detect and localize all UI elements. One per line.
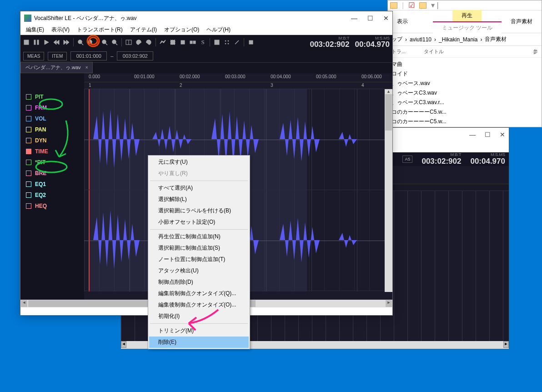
file-item[interactable]: 、ゥベース.wav xyxy=(391,79,538,88)
sidebar-item-pit[interactable]: PIT xyxy=(20,91,84,102)
maximize-icon[interactable]: ☐ xyxy=(485,131,491,138)
end-time[interactable]: 003:02:902 xyxy=(117,51,153,60)
ctx-separator xyxy=(150,229,248,230)
ctx-add-ctl-play[interactable]: 再生位置に制御点追加(N) xyxy=(149,231,249,242)
checkbox-icon[interactable] xyxy=(26,192,31,198)
ctx-init[interactable]: 初期化(I) xyxy=(149,311,249,322)
move-icon[interactable] xyxy=(180,39,186,45)
envelope-icon[interactable] xyxy=(160,39,166,45)
main-titlebar[interactable]: VocalShifter LE - ベバンダ…アナ、ゥ.wav — ☐ ✕ xyxy=(20,11,392,25)
settings-icon[interactable] xyxy=(248,39,254,45)
file-item[interactable]: 、ゥベースC3.wav.r... xyxy=(391,98,538,107)
pencil-icon[interactable] xyxy=(234,39,240,45)
tool-icon[interactable] xyxy=(190,39,196,45)
close-icon[interactable]: ✕ xyxy=(500,131,505,138)
sidebar-item-xpit[interactable]: *PIT xyxy=(20,157,84,168)
menu-view[interactable]: 表示(V) xyxy=(49,25,72,35)
ctx-select-all[interactable]: すべて選択(A) xyxy=(149,182,249,194)
s-tool-icon[interactable]: S xyxy=(200,39,206,45)
checkbox-icon[interactable] xyxy=(26,203,31,209)
sidebar-item-dyn[interactable]: DYN xyxy=(20,135,84,146)
checkbox-icon[interactable] xyxy=(26,149,31,154)
scroll-left-button[interactable]: ◄ xyxy=(21,300,27,307)
ctx-del-ctl[interactable]: 制御点削除(D) xyxy=(149,276,249,288)
menu-option[interactable]: オプション(O) xyxy=(161,25,202,35)
ctx-trim[interactable]: トリミング(M) xyxy=(149,325,249,337)
zoom-out-v-icon[interactable] xyxy=(111,39,118,45)
book-icon[interactable] xyxy=(125,39,132,45)
explorer-music-tool[interactable]: ミュージック ツール xyxy=(433,21,502,34)
ctx-undo[interactable]: 元に戻す(U) xyxy=(149,156,249,168)
svg-rect-22 xyxy=(181,40,185,44)
checkbox-icon[interactable] xyxy=(26,127,31,132)
ctx-delete[interactable]: 削除(E) xyxy=(149,337,249,348)
rewind-icon[interactable] xyxy=(53,39,60,45)
scroll-left-button[interactable]: ◄ xyxy=(121,341,126,348)
ctx-label[interactable]: 選択範囲にラベルを付ける(B) xyxy=(149,205,249,216)
ctx-quantize-pre[interactable]: 編集前制御点クオンタイズ(Q)... xyxy=(149,288,249,299)
explorer-tab-play[interactable]: 再生 xyxy=(452,10,482,21)
svg-rect-1 xyxy=(34,40,35,45)
sidebar-item-frm[interactable]: FRM xyxy=(20,102,84,113)
file-item[interactable]: マ曲 xyxy=(391,60,538,69)
file-item[interactable]: 、ゥベースC3.wav xyxy=(391,88,538,98)
checkbox-icon[interactable] xyxy=(26,116,31,121)
zoom-out-h-icon[interactable] xyxy=(87,39,94,45)
marker-row[interactable]: 1 2 3 4 xyxy=(84,82,392,89)
grid-icon[interactable] xyxy=(214,39,220,45)
item-box[interactable]: ITEM xyxy=(48,52,67,60)
menu-item[interactable]: アイテム(I) xyxy=(127,25,160,35)
ctx-offset[interactable]: 小節オフセット設定(O) xyxy=(149,216,249,228)
sidebar-item-heq[interactable]: HEQ xyxy=(20,201,84,211)
vertical-scrollbar[interactable]: ▲ xyxy=(385,89,392,292)
ctx-deselect[interactable]: 選択解除(L) xyxy=(149,194,249,205)
checkbox-icon[interactable] xyxy=(26,94,31,100)
checkbox-icon[interactable] xyxy=(26,171,31,176)
file-tab[interactable]: ベバンダ…アナ、ゥ.wav × xyxy=(20,62,93,73)
menu-help[interactable]: ヘルプ(H) xyxy=(204,25,233,35)
stop-icon[interactable] xyxy=(23,39,30,45)
checkbox-icon[interactable] xyxy=(26,181,31,187)
ctx-separator xyxy=(150,181,248,181)
pause-icon[interactable] xyxy=(33,39,40,45)
zoom-in-h-icon[interactable] xyxy=(77,39,84,45)
vscroll-thumb[interactable] xyxy=(385,94,392,131)
redo-icon[interactable] xyxy=(146,39,152,45)
sidebar-item-eq1[interactable]: EQ1 xyxy=(20,179,84,190)
menu-transport[interactable]: トランスポート(R) xyxy=(74,25,125,35)
file-item[interactable]: コのカーーーーC5.w... xyxy=(391,107,538,117)
scroll-right-button[interactable]: ► xyxy=(503,341,509,348)
ctx-quantize-post[interactable]: 編集後制御点クオンタイズ(O)... xyxy=(149,299,249,311)
zoom-in-v-icon[interactable] xyxy=(101,39,108,45)
sidebar-item-pan[interactable]: PAN xyxy=(20,124,84,135)
checkbox-icon[interactable] xyxy=(26,138,31,143)
start-time[interactable]: 001:01:000 xyxy=(70,51,107,60)
dotgrid-icon[interactable] xyxy=(224,39,230,45)
select-icon[interactable] xyxy=(170,39,176,45)
explorer-breadcrumb[interactable]: ップ› aviutl110› _Hikakin_Mania› 音声素材 xyxy=(388,33,542,46)
sidebar-item-bre[interactable]: BRE xyxy=(20,168,84,179)
checkbox-icon[interactable] xyxy=(26,105,31,111)
undo-icon[interactable] xyxy=(136,39,142,45)
close-button[interactable]: ✕ xyxy=(383,15,389,22)
file-item[interactable]: コのカーーーーC5.w... xyxy=(391,117,538,126)
maximize-button[interactable]: ☐ xyxy=(367,15,373,22)
forward-icon[interactable] xyxy=(63,39,70,45)
checkbox-icon[interactable] xyxy=(26,160,31,165)
sidebar-item-eq2[interactable]: EQ2 xyxy=(20,190,84,201)
minimize-icon[interactable]: — xyxy=(469,131,476,138)
file-item[interactable]: ロイド xyxy=(391,69,538,79)
ctx-add-ctl-note[interactable]: ノート位置に制御点追加(T) xyxy=(149,254,249,265)
tab-close-icon[interactable]: × xyxy=(85,65,88,70)
meas-box[interactable]: MEAS xyxy=(23,52,44,60)
ctx-add-ctl-sel[interactable]: 選択範囲に制御点追加(S) xyxy=(149,242,249,254)
scroll-right-button[interactable]: ► xyxy=(386,300,392,307)
ctx-attack[interactable]: アタック検出(U) xyxy=(149,265,249,276)
time-ruler[interactable]: 0.000 00:01.000 00:02.000 00:03.000 00:0… xyxy=(84,73,392,82)
sidebar-item-vol[interactable]: VOL xyxy=(20,113,84,124)
menu-edit[interactable]: 編集(E) xyxy=(23,25,47,35)
explorer-column-headers[interactable]: トラ... タイトル 参 xyxy=(388,46,542,58)
minimize-button[interactable]: — xyxy=(351,15,357,22)
sidebar-item-time[interactable]: TIME xyxy=(20,146,84,157)
play-icon[interactable] xyxy=(43,39,50,45)
